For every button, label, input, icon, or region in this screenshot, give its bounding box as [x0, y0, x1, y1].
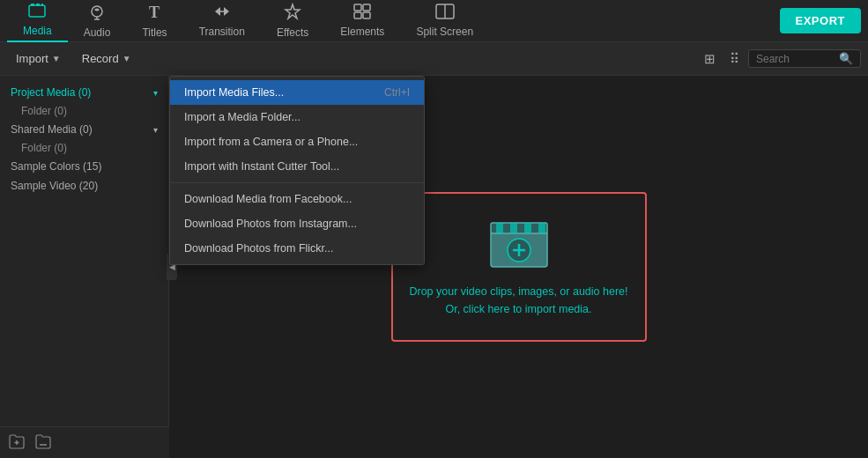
sidebar-bottom-bar: [0, 426, 169, 458]
import-folder-label: Import a Media Folder...: [184, 111, 300, 123]
sidebar-item-folder-2[interactable]: Folder (0): [0, 139, 168, 157]
expand-icon-2: ▾: [153, 125, 158, 135]
import-chevron-icon: ▼: [52, 54, 61, 63]
svg-point-4: [92, 6, 102, 17]
content-area[interactable]: Import Media Files... Ctrl+I Import a Me…: [169, 76, 868, 458]
nav-item-elements[interactable]: Elements: [324, 0, 400, 42]
nav-item-splitscreen[interactable]: Split Screen: [400, 0, 489, 42]
nav-label-transition: Transition: [199, 26, 245, 38]
svg-rect-2: [36, 4, 40, 6]
elements-icon: [353, 4, 371, 24]
import-dropdown: Import Media Files... Ctrl+I Import a Me…: [169, 76, 425, 265]
nav-label-effects: Effects: [277, 26, 308, 39]
main-layout: Project Media (0) ▾ Folder (0) Shared Me…: [0, 76, 868, 458]
grid-icon[interactable]: ⠿: [724, 48, 745, 70]
titles-icon: T: [147, 3, 163, 25]
import-files-shortcut: Ctrl+I: [384, 86, 410, 99]
dropdown-divider: [170, 182, 424, 183]
record-button[interactable]: Record ▼: [73, 48, 140, 69]
import-cutter-label: Import with Instant Cutter Tool...: [184, 160, 339, 173]
dropdown-item-facebook[interactable]: Download Media from Facebook...: [170, 187, 424, 211]
sidebar-item-shared-media[interactable]: Shared Media (0) ▾: [0, 120, 168, 139]
dropdown-item-instagram[interactable]: Download Photos from Instagram...: [170, 211, 424, 236]
import-button[interactable]: Import ▼: [7, 48, 70, 69]
nav-item-transition[interactable]: Transition: [183, 0, 261, 42]
dropdown-item-flickr[interactable]: Download Photos from Flickr...: [170, 236, 424, 261]
svg-rect-1: [31, 4, 34, 6]
svg-text:T: T: [149, 4, 160, 20]
sidebar-item-folder-1[interactable]: Folder (0): [0, 102, 168, 120]
flickr-label: Download Photos from Flickr...: [184, 242, 334, 255]
dropdown-item-import-cutter[interactable]: Import with Instant Cutter Tool...: [170, 154, 424, 179]
svg-rect-10: [354, 4, 361, 11]
svg-rect-12: [354, 12, 361, 18]
svg-rect-3: [41, 4, 43, 6]
search-input[interactable]: [756, 53, 835, 65]
filter-icon[interactable]: ⊞: [699, 48, 721, 70]
import-label: Import: [16, 52, 48, 65]
nav-label-audio: Audio: [84, 26, 111, 39]
expand-icon: ▾: [153, 88, 158, 98]
sample-colors-label: Sample Colors (15): [11, 160, 101, 173]
sidebar-project-media-label: Project Media (0): [11, 86, 91, 99]
shared-media-label: Shared Media (0): [11, 123, 93, 136]
import-camera-label: Import from a Camera or a Phone...: [184, 136, 358, 148]
nav-item-effects[interactable]: Effects: [261, 0, 324, 42]
svg-rect-11: [363, 4, 370, 11]
clapperboard-icon: [487, 216, 551, 272]
second-bar: Import ▼ Record ▼ ⊞ ⠿ 🔍: [0, 42, 868, 76]
dropdown-item-import-folder[interactable]: Import a Media Folder...: [170, 105, 424, 129]
svg-marker-9: [286, 4, 300, 18]
export-button[interactable]: EXPORT: [780, 8, 861, 33]
nav-item-audio[interactable]: Audio: [68, 0, 127, 42]
svg-rect-24: [538, 223, 545, 233]
effects-icon: [284, 3, 301, 25]
svg-rect-21: [496, 223, 503, 233]
facebook-label: Download Media from Facebook...: [184, 193, 352, 205]
splitscreen-icon: [435, 4, 455, 24]
nav-item-titles[interactable]: T Titles: [126, 0, 182, 42]
import-files-label: Import Media Files...: [184, 86, 284, 99]
drop-zone-line2: Or, click here to import media.: [409, 300, 627, 318]
transition-icon: [212, 4, 232, 24]
svg-rect-23: [524, 223, 531, 233]
search-icon: 🔍: [839, 52, 853, 65]
folder-2-label: Folder (0): [21, 142, 67, 154]
sidebar-item-project-media[interactable]: Project Media (0) ▾: [0, 83, 168, 102]
audio-icon: [89, 3, 105, 25]
top-nav: Media Audio T Titles Transi: [0, 0, 868, 42]
dropdown-item-import-camera[interactable]: Import from a Camera or a Phone...: [170, 129, 424, 154]
add-media-icon[interactable]: [35, 433, 51, 453]
record-label: Record: [82, 52, 119, 65]
sidebar-item-sample-video[interactable]: Sample Video (20): [0, 176, 168, 196]
drop-zone-text: Drop your video clips, images, or audio …: [409, 283, 627, 318]
nav-label-media: Media: [23, 25, 52, 37]
add-folder-icon[interactable]: [9, 433, 25, 453]
dropdown-item-import-files[interactable]: Import Media Files... Ctrl+I: [170, 80, 424, 105]
nav-label-elements: Elements: [340, 26, 384, 38]
instagram-label: Download Photos from Instagram...: [184, 218, 357, 230]
nav-item-media[interactable]: Media: [7, 0, 68, 42]
sidebar: Project Media (0) ▾ Folder (0) Shared Me…: [0, 76, 169, 458]
drop-zone[interactable]: Drop your video clips, images, or audio …: [391, 192, 647, 342]
drop-zone-line1: Drop your video clips, images, or audio …: [409, 283, 627, 300]
search-box: 🔍: [748, 49, 861, 68]
svg-rect-0: [29, 5, 45, 17]
folder-1-label: Folder (0): [21, 105, 67, 117]
svg-rect-13: [363, 12, 370, 18]
sidebar-item-sample-colors[interactable]: Sample Colors (15): [0, 157, 168, 176]
nav-label-titles: Titles: [142, 26, 167, 39]
sample-video-label: Sample Video (20): [11, 180, 98, 192]
svg-rect-22: [510, 223, 517, 233]
record-chevron-icon: ▼: [122, 54, 131, 63]
nav-label-splitscreen: Split Screen: [416, 26, 473, 38]
media-icon: [28, 3, 46, 23]
